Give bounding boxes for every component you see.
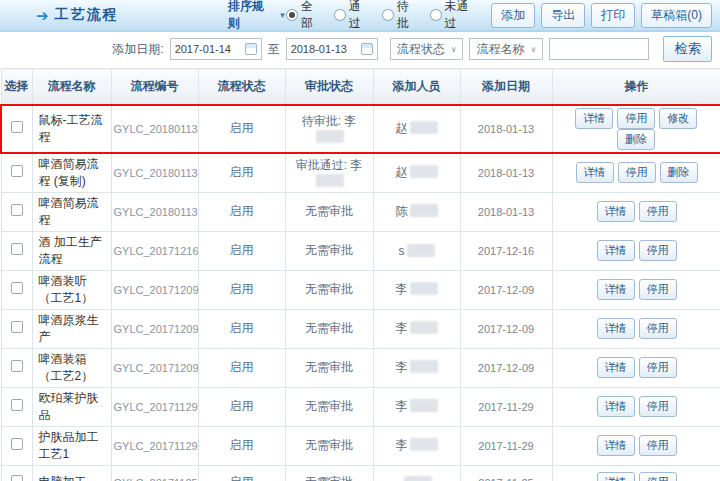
process-code-cell: GYLC_20171125001 [111, 465, 198, 481]
detail-button[interactable]: 详情 [597, 318, 635, 339]
disable-button[interactable]: 停用 [639, 435, 677, 456]
add-button[interactable]: 添加 [491, 3, 535, 28]
column-header: 选择 [1, 69, 32, 105]
process-code-cell: GYLC_20171209001 [111, 348, 198, 387]
added-by-cell: 赵 [373, 105, 460, 153]
detail-button[interactable]: 详情 [597, 357, 635, 378]
date-to-input[interactable] [291, 43, 359, 55]
row-checkbox[interactable] [11, 475, 23, 481]
process-name-cell: 护肤品加工工艺1 [32, 426, 111, 465]
sort-rule-label: 排序规则 [228, 0, 274, 32]
process-code-cell: GYLC_20171129001 [111, 426, 198, 465]
radio-option[interactable]: 通过 [334, 0, 372, 32]
process-status-cell: 启用 [198, 426, 285, 465]
approval-status-cell: 无需审批 [285, 231, 373, 270]
disable-button[interactable]: 停用 [639, 201, 677, 222]
process-status-cell: 启用 [198, 387, 285, 426]
detail-button[interactable]: 详情 [597, 279, 635, 300]
added-by-cell: 李 [373, 270, 460, 309]
delete-button[interactable]: 删除 [617, 129, 655, 150]
detail-button[interactable]: 详情 [597, 201, 635, 222]
radio-icon[interactable] [334, 9, 346, 21]
row-checkbox[interactable] [11, 438, 23, 450]
radio-label: 待批 [397, 0, 420, 32]
calendar-icon[interactable] [361, 43, 373, 55]
row-checkbox[interactable] [11, 321, 23, 333]
date-from-field[interactable] [170, 38, 262, 60]
disable-button[interactable]: 停用 [639, 396, 677, 417]
search-button[interactable]: 检索 [663, 36, 712, 62]
detail-button[interactable]: 详情 [575, 108, 613, 129]
edit-button[interactable]: 修改 [659, 108, 697, 129]
detail-button[interactable]: 详情 [597, 396, 635, 417]
radio-option[interactable]: 待批 [382, 0, 420, 32]
redacted-name [404, 476, 432, 481]
process-status-select[interactable]: 流程状态 ∨ [390, 38, 464, 60]
process-code-cell: GYLC_20180113004 [111, 153, 198, 193]
detail-button[interactable]: 详情 [597, 435, 635, 456]
calendar-icon[interactable] [245, 43, 257, 55]
disable-button[interactable]: 停用 [639, 279, 677, 300]
redacted-name [410, 165, 438, 178]
process-status-cell: 启用 [198, 192, 285, 231]
redacted-name [410, 438, 438, 451]
process-status-select-value: 流程状态 [397, 41, 445, 58]
radio-icon[interactable] [430, 9, 442, 21]
process-name-select[interactable]: 流程名称 ∨ [469, 38, 543, 60]
added-by-cell: 李 [373, 426, 460, 465]
added-date-cell: 2017-12-16 [460, 231, 552, 270]
disable-button[interactable]: 停用 [639, 318, 677, 339]
operations-cell: 详情停用删除 [552, 153, 720, 193]
radio-option[interactable]: 全部 [286, 0, 324, 32]
disable-button[interactable]: 停用 [639, 472, 677, 481]
row-checkbox[interactable] [11, 360, 23, 372]
row-checkbox[interactable] [11, 121, 23, 133]
operations-cell: 详情停用 [552, 387, 720, 426]
row-checkbox[interactable] [11, 399, 23, 411]
approval-status-cell: 无需审批 [285, 465, 373, 481]
added-date-cell: 2017-11-29 [460, 387, 552, 426]
table-header-row: 选择流程名称流程编号流程状态审批状态添加人员添加日期操作 [1, 69, 720, 105]
operations-cell: 详情停用修改删除 [552, 105, 720, 153]
added-by-cell: 赵 [373, 153, 460, 193]
keyword-input[interactable] [549, 38, 649, 60]
detail-button[interactable]: 详情 [597, 472, 635, 481]
row-checkbox[interactable] [11, 204, 23, 216]
chevron-down-icon: ∨ [530, 45, 536, 54]
radio-icon[interactable] [286, 9, 298, 21]
date-to-field[interactable] [286, 38, 378, 60]
added-by-cell: s [373, 231, 460, 270]
column-header: 操作 [552, 69, 720, 105]
disable-button[interactable]: 停用 [618, 162, 656, 183]
export-button[interactable]: 导出 [541, 3, 585, 28]
row-checkbox[interactable] [11, 243, 23, 255]
disable-button[interactable]: 停用 [639, 357, 677, 378]
operations-cell: 详情停用 [552, 270, 720, 309]
process-status-cell: 启用 [198, 231, 285, 270]
sort-rule-dropdown[interactable]: 排序规则 ▼ [228, 0, 286, 32]
delete-button[interactable]: 删除 [660, 162, 698, 183]
added-date-cell: 2017-11-25 [460, 465, 552, 481]
detail-button[interactable]: 详情 [597, 240, 635, 261]
disable-button[interactable]: 停用 [639, 240, 677, 261]
drafts-button[interactable]: 草稿箱(0) [641, 3, 712, 28]
radio-icon[interactable] [382, 9, 394, 21]
disable-button[interactable]: 停用 [617, 108, 655, 129]
detail-button[interactable]: 详情 [576, 162, 614, 183]
row-checkbox[interactable] [11, 282, 23, 294]
added-date-cell: 2017-11-29 [460, 426, 552, 465]
added-by-cell: 陈 [373, 192, 460, 231]
date-filter-label: 添加日期: [112, 41, 163, 58]
process-name-cell: 啤酒装听（工艺1） [32, 270, 111, 309]
redacted-name [410, 121, 438, 134]
operations-cell: 详情停用 [552, 192, 720, 231]
operations-cell: 详情停用 [552, 309, 720, 348]
row-checkbox[interactable] [11, 165, 23, 177]
print-button[interactable]: 打印 [591, 3, 635, 28]
process-status-cell: 启用 [198, 309, 285, 348]
process-name-cell: 酒 加工生产流程 [32, 231, 111, 270]
radio-option[interactable]: 未通过 [430, 0, 479, 32]
added-date-cell: 2017-12-09 [460, 348, 552, 387]
added-date-cell: 2017-12-09 [460, 309, 552, 348]
date-from-input[interactable] [175, 43, 243, 55]
